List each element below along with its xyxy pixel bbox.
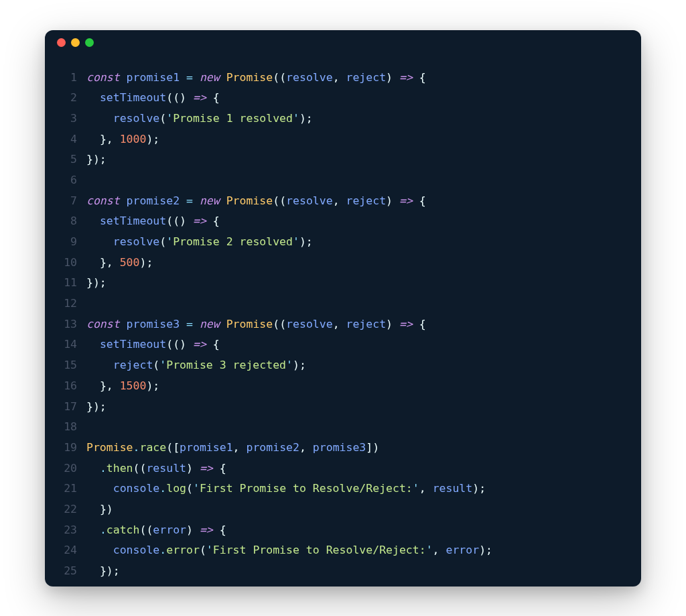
code-editor[interactable]: 1const promise1 = new Promise((resolve, … [45, 56, 641, 587]
token-whitespace [86, 174, 93, 186]
code-content: }); [86, 561, 628, 582]
token-punc: ); [146, 133, 159, 145]
token-dot-op: . [100, 462, 107, 475]
token-punc: }) [100, 503, 113, 515]
close-icon[interactable] [57, 38, 66, 47]
code-content [86, 170, 628, 191]
code-content: console.error('First Promise to Resolve/… [86, 540, 628, 561]
token-dot-op: . [133, 441, 140, 454]
token-punc: { [213, 462, 226, 475]
token-method: then [107, 462, 133, 475]
code-content: }); [86, 397, 628, 418]
token-strq: ' [293, 112, 299, 125]
token-punc: ( [200, 544, 206, 556]
token-punc: ); [472, 482, 486, 495]
token-whitespace [220, 71, 226, 84]
token-num: 500 [120, 256, 140, 269]
line-number: 9 [58, 232, 77, 253]
line-number: 1 [58, 68, 77, 88]
code-line: 22 }) [58, 499, 628, 520]
code-line: 7const promise2 = new Promise((resolve, … [58, 191, 628, 212]
token-ident: promise1 [127, 71, 180, 84]
token-kw-decl: new [200, 194, 220, 207]
minimize-icon[interactable] [71, 38, 80, 47]
token-ident: reject [346, 71, 387, 84]
token-punc: (() [166, 214, 193, 227]
code-content: }, 500); [86, 253, 628, 273]
code-line: 9 resolve('Promise 2 resolved'); [58, 232, 628, 253]
code-content: reject('Promise 3 rejected'); [86, 355, 628, 376]
token-cls: Promise [226, 71, 273, 84]
token-whitespace [120, 318, 127, 330]
code-content [86, 417, 628, 438]
code-content: Promise.race([promise1, promise2, promis… [86, 438, 628, 458]
code-line: 1const promise1 = new Promise((resolve, … [58, 68, 628, 88]
code-line: 12 [58, 294, 628, 314]
token-punc: }, [100, 379, 120, 392]
line-number: 11 [58, 273, 77, 294]
line-number: 21 [58, 479, 77, 499]
token-whitespace [193, 318, 200, 330]
token-punc: (( [139, 523, 153, 536]
token-punc: ) [186, 523, 200, 536]
token-arrow: => [399, 318, 413, 330]
token-punc: }); [86, 276, 107, 289]
line-number: 23 [58, 520, 77, 541]
token-punc: ( [159, 235, 166, 248]
line-number: 12 [58, 294, 77, 314]
token-cls: Promise [86, 441, 133, 454]
maximize-icon[interactable] [85, 38, 94, 47]
token-whitespace [86, 297, 93, 310]
token-punc: ); [299, 235, 313, 248]
token-punc: ( [159, 112, 166, 125]
token-fn: setTimeout [100, 338, 166, 351]
token-whitespace [220, 194, 226, 207]
token-whitespace [86, 379, 100, 392]
token-method: catch [107, 523, 140, 536]
token-punc: ]) [366, 441, 379, 454]
token-kw-decl: const [86, 194, 120, 207]
line-number: 13 [58, 314, 77, 335]
token-punc: , [333, 194, 346, 207]
code-line: 20 .then((result) => { [58, 458, 628, 479]
window-titlebar [45, 30, 641, 56]
token-arrow: => [200, 523, 213, 536]
token-whitespace [220, 318, 226, 330]
token-whitespace [86, 503, 100, 515]
token-strq: ' [426, 544, 433, 556]
token-fn: resolve [113, 112, 160, 125]
token-whitespace [86, 544, 113, 556]
token-whitespace [86, 133, 100, 145]
token-strq: ' [159, 359, 166, 371]
code-line: 14 setTimeout(() => { [58, 334, 628, 355]
line-number: 4 [58, 129, 77, 150]
token-method: race [139, 441, 166, 454]
code-content: }, 1000); [86, 129, 628, 150]
token-punc: ) [386, 194, 399, 207]
token-whitespace [180, 194, 186, 207]
token-fn: reject [113, 359, 153, 371]
token-method: error [166, 544, 200, 556]
token-whitespace [86, 256, 100, 269]
token-strq: ' [286, 359, 293, 371]
line-number: 5 [58, 149, 77, 170]
token-ident: error [153, 523, 186, 536]
token-kw-decl: new [200, 71, 220, 84]
token-ident: resolve [286, 71, 333, 84]
token-punc: ); [146, 379, 159, 392]
token-ident: promise2 [246, 441, 299, 454]
token-punc: , [233, 441, 247, 454]
token-ident: resolve [286, 194, 333, 207]
line-number: 8 [58, 211, 77, 232]
line-number: 17 [58, 397, 77, 418]
token-op: = [186, 71, 193, 84]
token-punc: ); [299, 112, 313, 125]
token-whitespace [193, 194, 200, 207]
token-ident: reject [346, 318, 387, 330]
token-whitespace [120, 71, 127, 84]
code-line: 6 [58, 170, 628, 191]
token-str: Promise 3 rejected [166, 359, 286, 371]
code-line: 11}); [58, 273, 628, 294]
code-line: 10 }, 500); [58, 253, 628, 273]
token-strq: ' [413, 482, 419, 495]
